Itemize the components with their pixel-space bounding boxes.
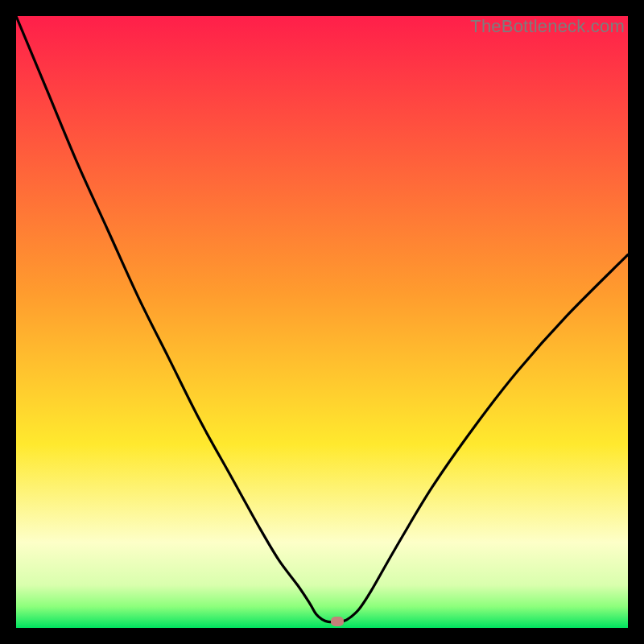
chart-frame: TheBottleneck.com	[16, 16, 628, 628]
optimal-point-marker	[331, 617, 344, 626]
watermark-text: TheBottleneck.com	[470, 16, 625, 37]
plot-area	[16, 16, 628, 628]
bottleneck-curve	[16, 16, 628, 628]
